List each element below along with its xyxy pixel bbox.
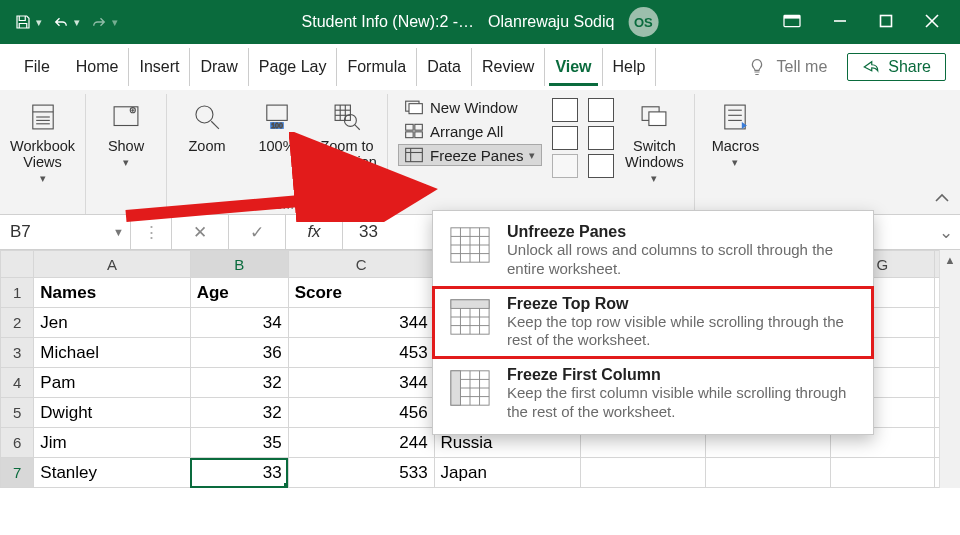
cell[interactable]: Age: [190, 278, 288, 308]
tab-file[interactable]: File: [14, 48, 66, 86]
window-small-controls-2: [588, 96, 614, 178]
freeze-panes-button[interactable]: Freeze Panes ▾: [398, 144, 542, 166]
fx-separator: ⋮: [131, 215, 172, 249]
accept-formula-icon[interactable]: ✓: [229, 215, 286, 249]
cell[interactable]: Jen: [34, 308, 190, 338]
cancel-formula-icon[interactable]: ✕: [172, 215, 229, 249]
svg-rect-28: [415, 124, 423, 130]
cell[interactable]: 533: [288, 458, 434, 488]
row-header[interactable]: 3: [1, 338, 34, 368]
maximize-icon[interactable]: [878, 13, 894, 32]
cell[interactable]: 244: [288, 428, 434, 458]
tab-draw[interactable]: Draw: [190, 48, 248, 86]
share-icon: [862, 59, 880, 75]
close-icon[interactable]: [924, 13, 940, 32]
tab-help[interactable]: Help: [603, 48, 657, 86]
ribbon-tabs: File Home Insert Draw Page Lay Formula D…: [0, 44, 960, 90]
share-button[interactable]: Share: [847, 53, 946, 81]
cell[interactable]: 34: [190, 308, 288, 338]
zoom-selection-label: Zoom to Selection: [317, 138, 377, 170]
show-icon: [107, 98, 145, 136]
zoom-button[interactable]: Zoom: [177, 96, 237, 154]
new-window-button[interactable]: New Window: [398, 96, 542, 118]
row-header[interactable]: 6: [1, 428, 34, 458]
workbook-views-button[interactable]: Workbook Views▾: [10, 96, 75, 185]
split-icon[interactable]: [552, 98, 578, 122]
tab-page-layout[interactable]: Page Lay: [249, 48, 338, 86]
menu-desc: Keep the first column visible while scro…: [507, 384, 857, 422]
row-header[interactable]: 2: [1, 308, 34, 338]
tab-view[interactable]: View: [545, 48, 602, 86]
cell[interactable]: 32: [190, 368, 288, 398]
tell-me[interactable]: Tell me: [747, 57, 828, 77]
cell[interactable]: 344: [288, 308, 434, 338]
cell[interactable]: Jim: [34, 428, 190, 458]
undo-icon[interactable]: ▾: [52, 13, 80, 31]
macros-label: Macros: [712, 138, 760, 154]
title-bar: ▾ ▾ ▾ Student Info (New):2 -… Olanrewaju…: [0, 0, 960, 44]
user-name: Olanrewaju Sodiq: [488, 13, 614, 31]
cell[interactable]: Pam: [34, 368, 190, 398]
col-header-A[interactable]: A: [34, 251, 190, 278]
menu-freeze-top-row[interactable]: Freeze Top RowKeep the top row visible w…: [433, 287, 873, 359]
cell[interactable]: 32: [190, 398, 288, 428]
switch-windows-button[interactable]: Switch Windows▾: [624, 96, 684, 185]
tab-data[interactable]: Data: [417, 48, 472, 86]
arrange-all-button[interactable]: Arrange All: [398, 120, 542, 142]
svg-line-14: [211, 121, 219, 129]
collapse-ribbon-icon[interactable]: [934, 192, 950, 208]
cell[interactable]: 453: [288, 338, 434, 368]
vertical-scrollbar[interactable]: ▲: [939, 250, 960, 488]
arrange-all-label: Arrange All: [430, 123, 503, 140]
tab-insert[interactable]: Insert: [129, 48, 190, 86]
menu-freeze-first-column[interactable]: Freeze First ColumnKeep the first column…: [433, 358, 873, 430]
cell[interactable]: [705, 458, 830, 488]
select-all-corner[interactable]: [1, 251, 34, 278]
cell[interactable]: 35: [190, 428, 288, 458]
col-header-C[interactable]: C: [288, 251, 434, 278]
menu-title: Unfreeze Panes: [507, 223, 857, 241]
cell[interactable]: Dwight: [34, 398, 190, 428]
col-header-B[interactable]: B: [190, 251, 288, 278]
svg-rect-56: [451, 371, 461, 405]
cell[interactable]: Score: [288, 278, 434, 308]
side-by-side-icon[interactable]: [588, 98, 614, 122]
svg-rect-35: [649, 112, 666, 126]
sync-scroll-icon[interactable]: [588, 126, 614, 150]
zoom-100-button[interactable]: 100 100%: [247, 96, 307, 154]
cell[interactable]: [830, 458, 934, 488]
tab-review[interactable]: Review: [472, 48, 545, 86]
cell[interactable]: Michael: [34, 338, 190, 368]
cell[interactable]: Japan: [434, 458, 580, 488]
ribbon-display-icon[interactable]: [782, 13, 802, 32]
tab-formulas[interactable]: Formula: [337, 48, 417, 86]
row-header[interactable]: 4: [1, 368, 34, 398]
freeze-panes-menu: Unfreeze PanesUnlock all rows and column…: [432, 210, 874, 435]
row-header[interactable]: 7: [1, 458, 34, 488]
menu-unfreeze-panes[interactable]: Unfreeze PanesUnlock all rows and column…: [433, 215, 873, 287]
cell[interactable]: Names: [34, 278, 190, 308]
row-header[interactable]: 5: [1, 398, 34, 428]
cell[interactable]: Stanley: [34, 458, 190, 488]
hide-icon[interactable]: [552, 126, 578, 150]
fx-label[interactable]: fx: [286, 215, 343, 249]
name-box[interactable]: B7▼: [0, 215, 131, 249]
show-button[interactable]: Show▾: [96, 96, 156, 169]
svg-rect-15: [267, 105, 287, 120]
unhide-icon[interactable]: [552, 154, 578, 178]
save-icon[interactable]: ▾: [14, 13, 42, 31]
redo-icon[interactable]: ▾: [90, 13, 118, 31]
zoom-selection-button[interactable]: Zoom to Selection: [317, 96, 377, 170]
expand-formula-bar-icon[interactable]: ⌄: [932, 215, 960, 249]
reset-window-icon[interactable]: [588, 154, 614, 178]
tab-home[interactable]: Home: [66, 48, 130, 86]
cell[interactable]: 344: [288, 368, 434, 398]
cell[interactable]: 36: [190, 338, 288, 368]
minimize-icon[interactable]: [832, 13, 848, 32]
cell[interactable]: [580, 458, 705, 488]
macros-button[interactable]: Macros▾: [705, 96, 765, 169]
active-cell[interactable]: 33: [190, 458, 288, 488]
cell[interactable]: 456: [288, 398, 434, 428]
row-header[interactable]: 1: [1, 278, 34, 308]
avatar[interactable]: OS: [628, 7, 658, 37]
